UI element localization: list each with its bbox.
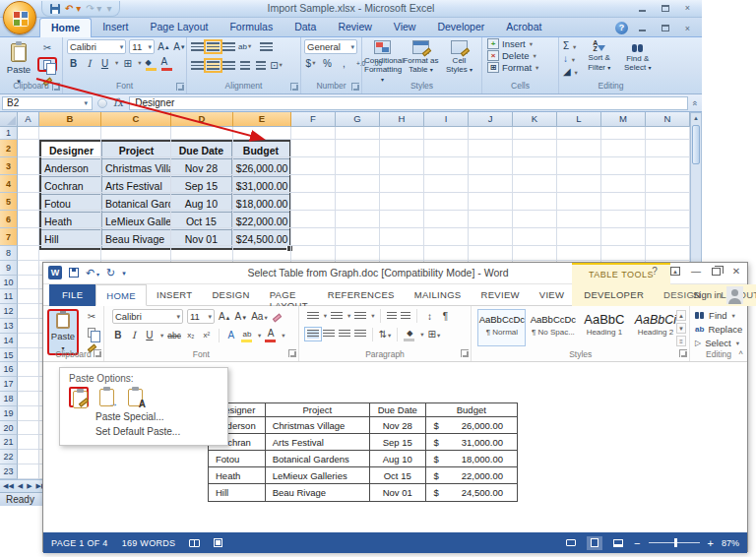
- justify-icon[interactable]: [354, 330, 366, 339]
- delete-cells-button[interactable]: ×Delete▾: [487, 50, 558, 61]
- column-header-N[interactable]: N: [646, 112, 690, 127]
- word-bold-icon[interactable]: B: [112, 330, 124, 340]
- row-header-21[interactable]: 21: [0, 435, 18, 450]
- cell-due-date[interactable]: Nov 01: [370, 484, 426, 501]
- word-clipboard-dialog-launcher-icon[interactable]: [94, 349, 101, 357]
- comma-style-icon[interactable]: ,: [338, 56, 350, 70]
- print-layout-icon[interactable]: [587, 536, 602, 550]
- bold-icon[interactable]: B: [67, 56, 80, 70]
- font-name-select[interactable]: Calibri▾: [67, 39, 126, 54]
- show-paragraph-marks-icon[interactable]: ¶: [439, 311, 451, 322]
- page-indicator[interactable]: PAGE 1 OF 4: [51, 538, 108, 548]
- word-tab-developer[interactable]: DEVELOPER: [574, 284, 654, 306]
- cell-designer[interactable]: Heath: [209, 467, 266, 484]
- row-header-17[interactable]: 17: [0, 377, 18, 392]
- decrease-indent-icon[interactable]: [238, 58, 251, 72]
- row-header-3[interactable]: 3: [0, 157, 18, 175]
- excel-tab-data[interactable]: Data: [284, 18, 327, 37]
- clipboard-dialog-launcher-icon[interactable]: [52, 83, 60, 91]
- align-top-icon[interactable]: [191, 42, 204, 51]
- word-help-icon[interactable]: ?: [648, 266, 662, 277]
- borders-icon[interactable]: ⊞: [121, 56, 134, 70]
- formula-value[interactable]: Designer: [129, 96, 688, 110]
- cell-due-date[interactable]: Nov 28: [370, 417, 426, 434]
- sign-in-link[interactable]: Sign in: [693, 289, 722, 300]
- expand-formula-bar-icon[interactable]: «: [690, 96, 700, 110]
- excel-tab-developer[interactable]: Developer: [426, 18, 495, 37]
- cell-project[interactable]: Christmas Village: [266, 417, 370, 434]
- number-format-select[interactable]: General▾: [304, 39, 357, 54]
- find-button[interactable]: Find▾: [695, 310, 742, 321]
- cell-budget[interactable]: $26,000.00: [426, 417, 517, 434]
- word-save-icon[interactable]: [69, 268, 79, 278]
- merge-center-icon[interactable]: ⊡▾: [270, 58, 283, 72]
- help-icon[interactable]: ?: [615, 22, 628, 34]
- word-shrink-font-icon[interactable]: A▼: [235, 311, 248, 322]
- italic-icon[interactable]: I: [83, 56, 95, 70]
- workbook-restore-icon[interactable]: [657, 23, 673, 34]
- minimize-icon[interactable]: [634, 2, 651, 14]
- word-undo-icon[interactable]: ↶ ▾: [86, 268, 99, 278]
- zoom-out-icon[interactable]: −: [634, 537, 640, 549]
- word-tab-page-layout[interactable]: PAGE LAYOUT: [260, 284, 318, 306]
- word-cut-icon[interactable]: ✂: [85, 310, 98, 323]
- cell-designer[interactable]: Fotou: [209, 451, 266, 467]
- cell-designer[interactable]: Hill: [209, 484, 266, 501]
- word-redo-icon[interactable]: ↻: [106, 268, 115, 278]
- zoom-slider-thumb[interactable]: [674, 538, 677, 547]
- word-qat-customize-icon[interactable]: ▾: [122, 270, 126, 277]
- next-sheet-icon[interactable]: ▶: [27, 482, 32, 490]
- align-center-icon[interactable]: [207, 61, 220, 70]
- row-header-18[interactable]: 18: [0, 392, 18, 406]
- cell-due-date[interactable]: Sep 15: [370, 434, 426, 451]
- column-header-J[interactable]: J: [469, 112, 513, 127]
- styles-scroll-down-icon[interactable]: ▼: [676, 323, 686, 334]
- orientation-icon[interactable]: ab▾: [238, 39, 251, 53]
- word-close-icon[interactable]: ✕: [729, 266, 743, 277]
- column-header-A[interactable]: A: [18, 112, 39, 127]
- percent-style-icon[interactable]: %: [321, 56, 334, 70]
- word-italic-icon[interactable]: I: [128, 330, 140, 340]
- align-middle-icon[interactable]: [207, 42, 220, 51]
- word-paragraph-dialog-launcher-icon[interactable]: [461, 349, 469, 357]
- cell-due-date[interactable]: Oct 15: [370, 467, 426, 484]
- text-effects-icon[interactable]: A: [225, 330, 237, 340]
- autosum-icon[interactable]: Σ ▾: [563, 40, 578, 51]
- ribbon-display-options-icon[interactable]: ▲: [670, 267, 680, 276]
- row-header-8[interactable]: 8: [0, 246, 18, 261]
- column-header-E[interactable]: E: [233, 112, 291, 127]
- row-header-7[interactable]: 7: [0, 228, 18, 246]
- cell-budget[interactable]: $24,500.00: [426, 484, 517, 501]
- column-header-F[interactable]: F: [291, 112, 336, 127]
- row-header-2[interactable]: 2: [0, 140, 18, 157]
- restore-icon[interactable]: [657, 2, 673, 14]
- word-tab-mailings[interactable]: MAILINGS: [405, 284, 472, 306]
- column-header-M[interactable]: M: [601, 112, 646, 127]
- word-count[interactable]: 169 WORDS: [122, 538, 176, 548]
- grow-font-icon[interactable]: A▲: [158, 40, 170, 54]
- row-header-16[interactable]: 16: [0, 362, 18, 377]
- word-restore-icon[interactable]: [712, 268, 721, 276]
- zoom-level[interactable]: 87%: [722, 538, 739, 548]
- column-header-C[interactable]: C: [101, 112, 171, 127]
- word-tab-insert[interactable]: INSERT: [147, 284, 202, 306]
- word-styles-dialog-launcher-icon[interactable]: [679, 349, 687, 357]
- column-header-I[interactable]: I: [424, 112, 469, 127]
- menu-item-paste-special-[interactable]: Paste Special...: [95, 411, 227, 422]
- align-bottom-icon[interactable]: [222, 42, 235, 51]
- change-case-icon[interactable]: Aa▾: [251, 311, 268, 322]
- excel-tab-home[interactable]: Home: [39, 18, 92, 37]
- row-header-4[interactable]: 4: [0, 175, 18, 193]
- word-font-color-icon[interactable]: A: [265, 328, 277, 342]
- column-header-D[interactable]: D: [171, 112, 233, 127]
- strikethrough-icon[interactable]: abc: [167, 331, 181, 340]
- workbook-close-icon[interactable]: ×: [679, 23, 696, 34]
- word-align-center-icon[interactable]: [323, 330, 335, 339]
- cell-budget[interactable]: $18,000.00: [426, 451, 517, 467]
- row-header-20[interactable]: 20: [0, 421, 18, 436]
- font-color-icon[interactable]: A: [160, 56, 173, 70]
- word-tab-file[interactable]: FILE: [49, 284, 95, 306]
- row-header-19[interactable]: 19: [0, 406, 18, 421]
- word-font-dialog-launcher-icon[interactable]: [288, 349, 296, 357]
- word-grow-font-icon[interactable]: A▲: [219, 311, 231, 322]
